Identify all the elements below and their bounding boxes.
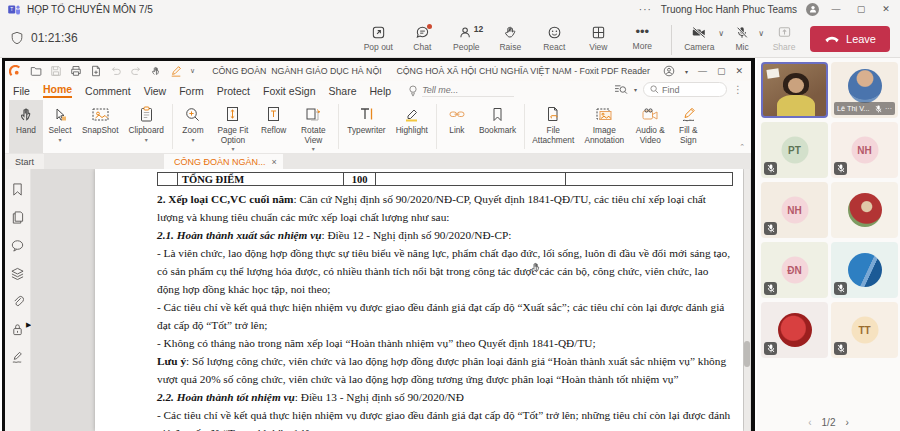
mic-off-icon — [767, 224, 775, 233]
menu-form[interactable]: Form — [179, 85, 204, 97]
doc-paragraph: - Không có tháng nào trong năm xếp loại … — [157, 334, 733, 352]
comments-panel-icon[interactable] — [11, 239, 24, 252]
tool-file-attachment[interactable]: File Attachment — [528, 100, 578, 153]
tool-audio-video[interactable]: Audio & Video — [630, 100, 670, 153]
chat-button[interactable]: Chat — [401, 21, 443, 52]
edit-pen-icon[interactable] — [170, 65, 182, 77]
pager-prev-icon[interactable]: ‹ — [808, 417, 811, 428]
camera-button[interactable]: Camera — [680, 21, 718, 52]
tool-image-annotation[interactable]: Image Annotation — [578, 100, 630, 153]
account-avatar[interactable] — [806, 3, 819, 16]
participant-tile[interactable]: TT — [831, 302, 898, 358]
titlebar-more-icon[interactable]: ··· — [639, 4, 652, 15]
print-icon[interactable] — [70, 65, 82, 77]
tool-rotate-view[interactable]: Rotate View▾ — [291, 100, 335, 153]
save-icon[interactable] — [50, 65, 62, 77]
tab-start[interactable]: Start — [5, 154, 44, 169]
tool-reflow[interactable]: Reflow — [256, 100, 291, 153]
advanced-search-icon[interactable] — [614, 84, 628, 95]
document-scrollbar[interactable] — [744, 169, 750, 431]
tab-close-icon[interactable]: × — [272, 157, 277, 167]
camera-dropdown-chevron[interactable]: ∨ — [718, 29, 724, 38]
foxit-minimize-button[interactable]: — — [698, 66, 707, 76]
raise-hand-button[interactable]: Raise — [489, 21, 531, 52]
table-cell-empty — [566, 173, 628, 185]
search-dropdown-chevron[interactable]: ▾ — [634, 86, 637, 93]
participant-tile[interactable]: Lê Thị V... ··· — [831, 62, 898, 118]
leave-button[interactable]: Leave — [810, 26, 890, 52]
reflow-icon — [267, 106, 280, 122]
menu-file[interactable]: File — [13, 85, 30, 97]
tool-link[interactable]: Link — [440, 100, 474, 153]
tell-me-search[interactable] — [408, 84, 514, 97]
participant-tile[interactable]: PT — [761, 122, 828, 178]
export-icon[interactable] — [90, 65, 102, 77]
ribbon-collapse-chevron[interactable]: ⌃ — [739, 143, 745, 151]
react-button[interactable]: React — [533, 21, 575, 52]
window-maximize-button[interactable]: ▢ — [853, 4, 869, 14]
tool-snapshot[interactable]: SnapShot — [77, 100, 123, 153]
tool-clipboard[interactable]: Clipboard▾ — [123, 100, 169, 153]
layers-panel-icon[interactable] — [11, 267, 24, 280]
people-button[interactable]: 12 People — [445, 21, 487, 52]
foxit-maximize-button[interactable]: ▢ — [717, 66, 726, 76]
window-close-button[interactable]: ✕ — [878, 4, 894, 14]
foxit-close-button[interactable]: ✕ — [735, 66, 743, 76]
menu-help[interactable]: Help — [370, 85, 392, 97]
signature-panel-icon[interactable] — [11, 351, 24, 364]
tool-page-fit[interactable]: Page Fit Option▾ — [210, 100, 256, 153]
doc-paragraph: - Là viên chức, lao động hợp đồng thực s… — [157, 244, 733, 298]
mic-dropdown-chevron[interactable]: ∨ — [758, 29, 764, 38]
participant-tile[interactable] — [831, 242, 898, 298]
hand-tool-quick-icon[interactable] — [150, 65, 162, 77]
mic-button[interactable]: Mic — [726, 21, 758, 52]
view-button[interactable]: View — [577, 21, 619, 52]
pages-panel-icon[interactable] — [11, 211, 24, 224]
foxit-account-icon[interactable] — [663, 65, 675, 77]
tool-fill-sign[interactable]: Fill & Sign — [670, 100, 706, 153]
undo-icon[interactable] — [110, 65, 122, 77]
tile-more-icon[interactable]: ··· — [885, 105, 892, 112]
customize-quick-access-chevron[interactable]: ∨ — [190, 67, 195, 75]
document-viewport[interactable]: TỔNG ĐIỂM 100 2. Xếp loại CC,VC cuối năm… — [31, 169, 751, 431]
pdf-page: TỔNG ĐIỂM 100 2. Xếp loại CC,VC cuối năm… — [95, 169, 743, 431]
tool-bookmark[interactable]: Bookmark — [474, 100, 521, 153]
find-input[interactable] — [662, 85, 720, 95]
menu-comment[interactable]: Comment — [85, 85, 131, 97]
bookmarks-panel-icon[interactable] — [11, 183, 24, 196]
security-panel-icon[interactable] — [11, 323, 24, 336]
tool-highlight[interactable]: Highlight — [391, 100, 433, 153]
tool-zoom[interactable]: Zoom▾ — [176, 100, 210, 153]
attachments-panel-icon[interactable] — [11, 295, 24, 308]
menu-view[interactable]: View — [144, 85, 167, 97]
find-more-icon[interactable]: ⋮ — [733, 84, 743, 95]
open-folder-icon[interactable] — [30, 65, 42, 77]
tool-hand[interactable]: Hand — [9, 100, 43, 153]
tool-select[interactable]: Select▾ — [43, 100, 77, 153]
pop-out-button[interactable]: Pop out — [357, 21, 399, 52]
participant-tile[interactable]: ĐN — [761, 242, 828, 298]
account-dropdown-chevron[interactable]: ▾ — [685, 68, 688, 75]
pager-next-icon[interactable]: › — [845, 417, 848, 428]
menu-share[interactable]: Share — [329, 85, 357, 97]
account-name[interactable]: Truong Hoc Hanh Phuc Teams — [661, 4, 797, 15]
tool-typewriter[interactable]: Typewriter — [342, 100, 390, 153]
participant-tile[interactable]: NH — [831, 122, 898, 178]
participant-tile[interactable] — [831, 182, 898, 238]
scrollbar-thumb[interactable] — [744, 341, 750, 367]
more-button[interactable]: ••• More — [621, 21, 663, 51]
window-minimize-button[interactable]: — — [828, 4, 844, 14]
tab-document[interactable]: CÔNG ĐOÀN NGÀN... × — [164, 154, 283, 169]
participant-tile[interactable] — [761, 302, 828, 358]
hand-icon — [19, 106, 34, 122]
menu-home[interactable]: Home — [43, 83, 72, 98]
document-tab-bar: Start CÔNG ĐOÀN NGÀN... × — [5, 154, 751, 169]
participant-tile[interactable]: NH — [761, 182, 828, 238]
redo-icon[interactable] — [130, 65, 142, 77]
find-box[interactable] — [643, 82, 727, 97]
menu-protect[interactable]: Protect — [217, 85, 250, 97]
mic-off-icon — [767, 284, 775, 293]
tell-me-input[interactable] — [422, 84, 514, 97]
participant-tile-video[interactable] — [761, 62, 828, 118]
menu-foxit-esign[interactable]: Foxit eSign — [263, 85, 316, 97]
